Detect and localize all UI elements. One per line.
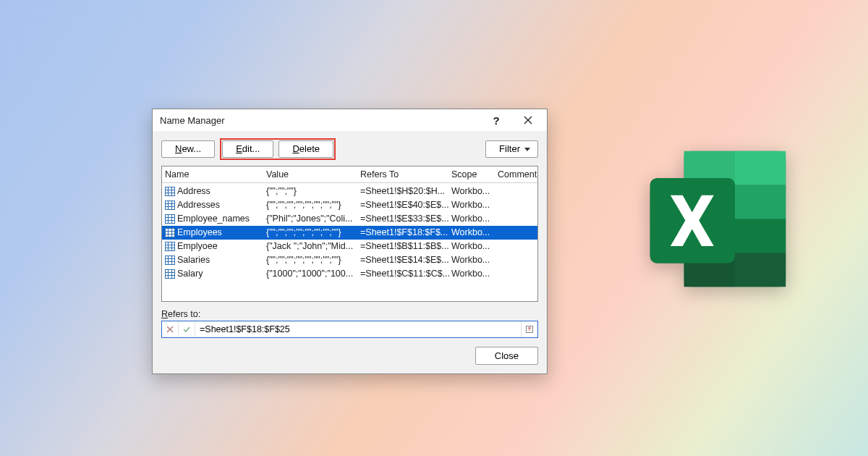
row-refers: =Sheet1!$E$33:$E$... (360, 214, 451, 224)
excel-logo (637, 138, 799, 300)
grid-row[interactable]: Salaries{"";"";"";"";"";"";"";""}=Sheet1… (162, 253, 537, 267)
dialog-body: New... Edit... Delete Filter Name Value … (153, 131, 547, 373)
dialog-toolbar: New... Edit... Delete Filter (161, 138, 538, 160)
help-button[interactable]: ? (480, 109, 512, 131)
refers-to-row (161, 321, 538, 338)
col-header-value[interactable]: Value (266, 169, 360, 180)
close-button[interactable]: Close (475, 347, 538, 366)
new-button[interactable]: New... (161, 140, 215, 158)
col-header-refers[interactable]: Refers To (360, 169, 451, 180)
row-value: {"";"";"";"";"";"";"";""} (266, 227, 360, 237)
svg-rect-15 (166, 228, 175, 237)
cancel-edit-button[interactable] (162, 321, 179, 337)
row-scope: Workbo... (451, 186, 498, 196)
check-icon (182, 325, 191, 334)
svg-rect-5 (166, 200, 175, 209)
dialog-title: Name Manager (160, 115, 480, 126)
x-icon (166, 325, 174, 334)
row-value: {"1000";"1000";"100... (266, 269, 360, 279)
col-header-comment[interactable]: Comment (498, 169, 537, 180)
row-scope: Workbo... (451, 227, 498, 237)
edit-delete-highlight: Edit... Delete (220, 138, 336, 160)
edit-button[interactable]: Edit... (222, 140, 273, 158)
chevron-down-icon (524, 148, 530, 151)
row-value: {"";"";"";"";"";"";"";""} (266, 255, 360, 265)
grid-row[interactable]: Emplyoee{"Jack ";"John";"Mid...=Sheet1!$… (162, 240, 537, 253)
grid-row[interactable]: Employee_names{"Phil";"Jones";"Coli...=S… (162, 212, 537, 226)
row-name: Employee_names (177, 214, 250, 224)
names-grid: Name Value Refers To Scope Comment Addre… (161, 166, 538, 302)
grid-row[interactable]: Salary{"1000";"1000";"100...=Sheet1!$C$1… (162, 267, 537, 281)
row-name: Salaries (177, 255, 210, 265)
row-value: {"";"";""} (266, 186, 360, 196)
confirm-edit-button[interactable] (179, 321, 195, 337)
dialog-titlebar: Name Manager ? (153, 109, 547, 131)
refers-to-input[interactable] (195, 321, 521, 337)
row-scope: Workbo... (451, 255, 498, 265)
row-value: {"";"";"";"";"";"";"";""} (266, 200, 360, 210)
grid-row[interactable]: Addresses{"";"";"";"";"";"";"";""}=Sheet… (162, 198, 537, 212)
row-name: Address (177, 186, 210, 196)
row-name: Salary (177, 269, 203, 279)
range-icon (165, 256, 175, 265)
row-name: Employees (177, 227, 222, 237)
range-icon (165, 214, 175, 224)
row-name: Emplyoee (177, 241, 218, 251)
close-icon (524, 116, 532, 124)
col-header-scope[interactable]: Scope (451, 169, 498, 180)
grid-row[interactable]: Address{"";"";""}=Sheet1!$H$20:$H...Work… (162, 185, 537, 198)
row-scope: Workbo... (451, 214, 498, 224)
range-icon (165, 242, 175, 251)
svg-rect-10 (166, 214, 175, 223)
range-icon (165, 200, 175, 210)
grid-body: Address{"";"";""}=Sheet1!$H$20:$H...Work… (162, 183, 537, 301)
row-refers: =Sheet1!$B$11:$B$... (360, 241, 451, 251)
range-icon (165, 228, 175, 237)
row-refers: =Sheet1!$E$40:$E$... (360, 200, 451, 210)
row-scope: Workbo... (451, 269, 498, 279)
delete-button[interactable]: Delete (278, 140, 333, 158)
collapse-icon (525, 325, 534, 334)
col-header-name[interactable]: Name (165, 169, 266, 180)
row-scope: Workbo... (451, 241, 498, 251)
collapse-dialog-button[interactable] (521, 321, 537, 337)
row-refers: =Sheet1!$C$11:$C$... (360, 269, 451, 279)
name-manager-dialog: Name Manager ? New... Edit... Delete Fil… (152, 109, 548, 374)
svg-rect-20 (166, 242, 175, 250)
row-refers: =Sheet1!$F$18:$F$... (360, 227, 451, 237)
range-icon (165, 187, 175, 196)
svg-rect-25 (166, 256, 175, 264)
grid-row[interactable]: Employees{"";"";"";"";"";"";"";""}=Sheet… (162, 226, 537, 240)
row-value: {"Phil";"Jones";"Coli... (266, 214, 360, 224)
row-refers: =Sheet1!$E$14:$E$... (360, 255, 451, 265)
range-icon (165, 269, 175, 279)
grid-header: Name Value Refers To Scope Comment (162, 166, 537, 183)
row-name: Addresses (177, 200, 220, 210)
dialog-footer: Close (161, 347, 538, 366)
row-refers: =Sheet1!$H$20:$H... (360, 186, 451, 196)
row-scope: Workbo... (451, 200, 498, 210)
filter-button[interactable]: Filter (485, 140, 538, 158)
row-value: {"Jack ";"John";"Mid... (266, 241, 360, 251)
svg-rect-0 (166, 187, 175, 195)
refers-to-label: Refers to: (161, 309, 538, 319)
close-window-button[interactable] (512, 109, 544, 131)
svg-rect-30 (166, 269, 175, 278)
